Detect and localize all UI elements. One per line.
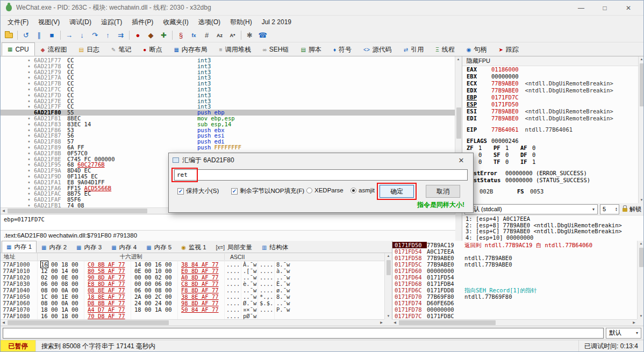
close-button[interactable]: ✕ [619, 2, 638, 15]
stack-row[interactable]: 0171FD6000000000 [392, 268, 637, 274]
register-row[interactable]: ESI77B9ABE0<ntdll.DbgUiRemoteBreakin> [462, 108, 644, 115]
register-row[interactable]: LastStatus00000000 (STATUS_SUCCESS) [462, 177, 644, 184]
disasm-row[interactable]: •6AD21F8383EC 14sub esp,14 [1, 121, 455, 127]
trace-icon[interactable]: ◆ [145, 30, 157, 41]
flags-row[interactable]: ZF1PF1AF0 [462, 145, 644, 152]
cancel-button[interactable]: 取消 [426, 185, 460, 198]
flags-row[interactable]: CF0TF0IF1 [462, 159, 644, 166]
tab-handles[interactable]: ◉句柄 [461, 44, 493, 56]
dump-row[interactable]: 77AF104008 00 0A 0008 8E AF 7706 00 08 0… [1, 287, 384, 293]
script-icon[interactable]: § [175, 30, 187, 41]
stack-row[interactable]: 0171FD5C77B9ABE0ntdll.77B9ABE0 [392, 261, 637, 268]
menu-item[interactable]: 帮助(H) [225, 16, 257, 29]
stack-pane[interactable]: 0171FD5077B9AC19返回到 ntdll.77B9AC19 自 ntd… [392, 241, 637, 319]
argument-count-stepper[interactable]: 5 ▲▼ [600, 204, 619, 214]
assembly-instruction-input[interactable] [174, 169, 468, 181]
register-row[interactable]: EDX77B9ABE0<ntdll.DbgUiRemoteBreakin> [462, 87, 644, 94]
dump-row[interactable]: 77AF10501C 00 1E 0018 8E AF 772A 00 2C 0… [1, 293, 384, 300]
command-input[interactable] [3, 328, 604, 339]
run-icon[interactable]: → [63, 30, 75, 41]
dump-row[interactable]: 77AF108016 00 18 0070 D8 AF 77....pØ¯w [1, 313, 384, 319]
registers-pane[interactable]: 隐藏FPU EAX01186000EBX00000000ECX77B9ABE0<… [462, 56, 644, 203]
stack-row[interactable]: 0171FD640171FD54 [392, 274, 637, 281]
tab-symbols[interactable]: ♦符号 [327, 44, 357, 56]
registers-vscrollbar[interactable]: ▲▼ [638, 56, 644, 203]
nop-fill-checkbox[interactable]: 剩余字节以NOP填充(F) [231, 187, 304, 195]
tab-dump-3[interactable]: ▦内存 3 [71, 242, 106, 253]
flags-row[interactable]: OF0SF0DF0 [462, 152, 644, 159]
highlight-icon[interactable]: A* [226, 30, 239, 41]
tab-threads[interactable]: Ξ线程 [430, 44, 461, 56]
tab-dump-4[interactable]: ▦内存 4 [106, 242, 141, 253]
dump-hscrollbar[interactable]: ◀▶ [1, 319, 384, 326]
hash-icon[interactable]: # [201, 30, 213, 41]
stack-row[interactable]: 0171FD5877B9ABE0ntdll.77B9ABE0 [392, 255, 637, 261]
arguments-pane[interactable]: 1: [esp+4] A0C17EEA2: [esp+8] 77B9ABE0 <… [462, 215, 644, 241]
disasm-row[interactable]: •6AD21F7DCCint3 [1, 92, 455, 98]
tab-trace[interactable]: ➤跟踪 [492, 44, 524, 56]
menu-item[interactable]: 选项(O) [194, 16, 225, 29]
tab-cpu[interactable]: ▦CPU [2, 42, 35, 56]
minimize-button[interactable]: — [571, 2, 591, 15]
stepper-arrows-icon[interactable]: ▲▼ [615, 207, 618, 211]
dump-row[interactable]: 77AF100016 00 18 00C0 8B AF 7714 00 16 0… [1, 261, 384, 268]
disasm-row[interactable]: •6AD21F78CCint3 [1, 63, 455, 69]
register-row[interactable]: EBP0171FD7C [462, 94, 644, 101]
dump-row[interactable]: 77AF107018 00 1A 00A4 D7 AF 7718 00 1A 0… [1, 306, 384, 313]
stack-row[interactable]: 0171FD6C0171FDD8指向SEH_Record[1]的指针 [392, 287, 637, 293]
breakpoints-icon[interactable]: ● [132, 30, 144, 41]
register-row[interactable]: EIP77B64061ntdll.77B64061 [462, 126, 644, 133]
menu-item[interactable]: 追踪(T) [96, 16, 127, 29]
tab-notes[interactable]: ✎笔记 [105, 44, 137, 56]
register-row[interactable]: LastError00000000 (ERROR_SUCCESS) [462, 170, 644, 177]
stack-hscrollbar[interactable]: ◀▶ [392, 319, 637, 326]
stack-row[interactable]: 0171FD7077B69F80ntdll.77B69F80 [392, 293, 637, 300]
step-out-icon[interactable]: ↑ [102, 30, 114, 41]
menu-item[interactable]: 调试(D) [65, 16, 96, 29]
register-row[interactable]: ECX77B9ABE0<ntdll.DbgUiRemoteBreakin> [462, 80, 644, 87]
stop-icon[interactable]: ■ [46, 30, 58, 41]
execute-till-return-icon[interactable]: ⇉ [115, 30, 127, 41]
dialog-close-icon[interactable]: ✕ [453, 156, 469, 164]
register-row[interactable]: ESP0171FD50 [462, 101, 644, 108]
menu-item[interactable]: 文件(F) [3, 16, 33, 29]
stack-row[interactable]: 0171FD7800000000 [392, 306, 637, 313]
dump-row[interactable]: 77AF102002 00 0E 0090 8D AF 7700 00 02 0… [1, 274, 384, 281]
maximize-button[interactable]: □ [595, 2, 614, 15]
case-icon[interactable]: Az [213, 30, 226, 41]
tab-script[interactable]: ▤脚本 [295, 44, 327, 56]
unlock-toggle[interactable]: 解锁 [621, 205, 642, 213]
keep-size-checkbox[interactable]: 保持大小(S) [177, 187, 219, 195]
tab-struct[interactable]: ▥结构体 [257, 242, 293, 253]
dump-pane[interactable]: 地址 十六进制 ASCII 77AF100016 00 18 00C0 8B A… [1, 253, 384, 319]
xedparse-radio[interactable]: XEDParse [306, 187, 344, 193]
tab-breakpoints[interactable]: ●断点 [137, 44, 168, 56]
pause-icon[interactable]: ∥ [33, 30, 45, 41]
tab-references[interactable]: ⇄引用 [398, 44, 430, 56]
tab-locals[interactable]: [x=]局部变量 [211, 242, 257, 253]
register-row[interactable]: EBX00000000 [462, 73, 644, 80]
open-file-icon[interactable] [3, 30, 15, 41]
segment-row[interactable]: GS002BFS0053 [462, 188, 644, 195]
dump-row[interactable]: 77AF101012 00 14 0080 5B AF 770E 00 10 0… [1, 268, 384, 274]
patch-icon[interactable]: ✚ [158, 30, 170, 41]
register-row[interactable]: EDI77B9ABE0<ntdll.DbgUiRemoteBreakin> [462, 115, 644, 122]
stack-row[interactable]: 0171FD680171FDB4 [392, 281, 637, 287]
tab-source[interactable]: <>源代码 [357, 44, 398, 56]
tab-dump-1[interactable]: ▦内存 1 [2, 241, 37, 253]
step-over-icon[interactable]: ↷ [89, 30, 101, 41]
tab-memory-map[interactable]: ▦内存布局 [168, 44, 213, 56]
dump-row[interactable]: 77AF103006 00 08 00E8 8D AF 7700 00 06 0… [1, 281, 384, 287]
stack-vscrollbar[interactable]: ▲▼ [637, 241, 644, 319]
asmjit-radio[interactable]: asmjit [350, 187, 375, 193]
register-row[interactable]: EFLAGS00000246 [462, 138, 644, 145]
tab-dump-5[interactable]: ▦内存 5 [141, 242, 176, 253]
dialog-title-bar[interactable]: 汇编于 6AD21F80 ✕ [169, 153, 473, 167]
tab-log[interactable]: ▤日志 [73, 44, 105, 56]
settings-icon[interactable]: ✱ [244, 30, 256, 41]
stack-argument[interactable]: 3: [esp+C] 77B9ABE0 <ntdll.DbgUiRemoteBr… [466, 228, 641, 235]
stack-argument[interactable]: 4: [esp+10] 00000000 [466, 235, 641, 241]
stack-row[interactable]: 0171FD54A0C17EEA [392, 248, 637, 255]
menu-item[interactable]: 插件(P) [127, 16, 158, 29]
stack-argument[interactable]: 1: [esp+4] A0C17EEA [466, 216, 641, 222]
